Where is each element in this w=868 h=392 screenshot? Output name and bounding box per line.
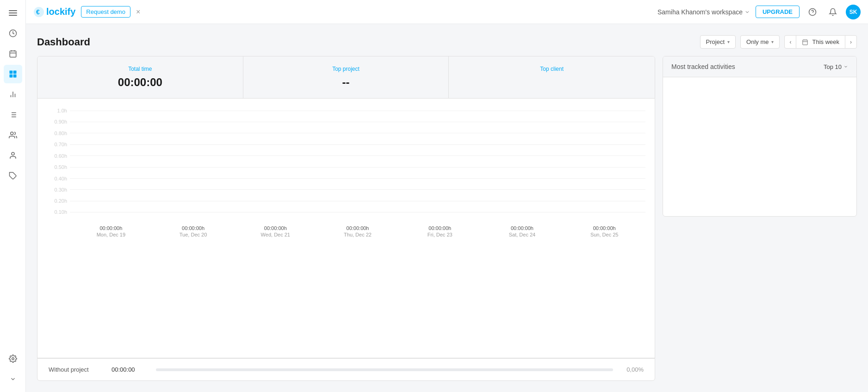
project-summary-name: Without project xyxy=(49,366,104,373)
y-label-9: 0.20h xyxy=(47,198,67,204)
bar-time-mon: 00:00:00h xyxy=(99,225,122,231)
bar-time-sat: 00:00:00h xyxy=(511,225,533,231)
topnav-right: Samiha Khanom's workspace UPGRADE xyxy=(657,5,861,19)
help-button[interactable] xyxy=(805,5,820,19)
svg-point-21 xyxy=(10,132,13,135)
svg-rect-0 xyxy=(9,10,17,11)
logo-text: lockify xyxy=(46,6,75,17)
only-me-label: Only me xyxy=(746,38,769,45)
svg-rect-11 xyxy=(13,75,16,78)
sidebar-item-team[interactable] xyxy=(4,126,22,144)
chart-bars-area: 00:00:00h Mon, Dec 19 00:00:00h Tue, Dec… xyxy=(70,108,645,237)
help-icon xyxy=(808,8,817,16)
chart-inner: 1.0h 0.90h 0.80h xyxy=(47,108,645,237)
project-filter-button[interactable]: Project ▾ xyxy=(700,35,736,49)
bar-date-thu: Thu, Dec 22 xyxy=(344,232,372,237)
svg-rect-8 xyxy=(9,71,12,74)
close-demo-button[interactable]: × xyxy=(136,8,140,16)
workspace-name: Samiha Khanom's workspace xyxy=(657,8,743,16)
page-title: Dashboard xyxy=(37,36,90,48)
only-me-chevron-icon: ▾ xyxy=(771,39,774,44)
y-label-5: 0.60h xyxy=(47,153,67,159)
most-tracked-body xyxy=(663,77,856,216)
date-nav-prev-button[interactable]: ‹ xyxy=(785,36,796,48)
user-avatar[interactable]: SK xyxy=(846,5,861,19)
bar-thu: 00:00:00h Thu, Dec 22 xyxy=(316,129,399,237)
request-demo-button[interactable]: Request demo xyxy=(81,6,130,18)
calendar-icon xyxy=(802,39,808,45)
top-project-label: Top project xyxy=(254,66,438,72)
top10-label: Top 10 xyxy=(824,63,842,70)
topnav-left: € lockify Request demo × xyxy=(33,6,140,18)
project-summary-row: Without project 00:00:00 0,00% xyxy=(37,358,655,381)
bar-sun: 00:00:00h Sun, Dec 25 xyxy=(563,129,645,237)
y-label-8: 0.30h xyxy=(47,187,67,193)
y-label-4: 0.70h xyxy=(47,142,67,147)
top-client-label: Top client xyxy=(460,66,644,72)
top10-chevron-icon xyxy=(843,64,848,69)
date-nav: ‹ This week › xyxy=(784,35,857,49)
bar-time-wed: 00:00:00h xyxy=(264,225,287,231)
header-controls: Project ▾ Only me ▾ ‹ xyxy=(700,35,857,49)
svg-rect-1 xyxy=(9,12,17,13)
svg-rect-29 xyxy=(803,40,808,45)
most-tracked-title: Most tracked activities xyxy=(671,63,735,70)
bar-wed: 00:00:00h Wed, Dec 21 xyxy=(234,129,316,237)
logo[interactable]: € lockify xyxy=(33,6,75,18)
date-nav-next-button[interactable]: › xyxy=(845,36,856,48)
y-label-10: 0.10h xyxy=(47,209,67,215)
svg-point-24 xyxy=(12,358,14,360)
sidebar-item-tags[interactable] xyxy=(4,167,22,185)
sidebar-item-settings[interactable] xyxy=(4,349,22,368)
bar-sat: 00:00:00h Sat, Dec 24 xyxy=(481,129,564,237)
svg-rect-4 xyxy=(10,51,16,57)
only-me-filter-button[interactable]: Only me ▾ xyxy=(740,35,780,49)
right-panel: Most tracked activities Top 10 xyxy=(663,56,857,381)
top10-button[interactable]: Top 10 xyxy=(824,63,848,70)
most-tracked-header: Most tracked activities Top 10 xyxy=(663,56,856,77)
chart-container: 1.0h 0.90h 0.80h xyxy=(37,99,655,358)
bar-tue: 00:00:00h Tue, Dec 20 xyxy=(152,129,235,237)
svg-point-22 xyxy=(12,152,14,155)
sidebar-item-dashboard[interactable] xyxy=(4,65,22,83)
date-display: This week xyxy=(796,36,845,48)
dashboard-body: Total time 00:00:00 Top project -- Top c… xyxy=(37,56,857,381)
top-client-value xyxy=(460,76,644,89)
bar-time-fri: 00:00:00h xyxy=(428,225,451,231)
workspace-selector[interactable]: Samiha Khanom's workspace xyxy=(657,8,750,16)
sidebar-item-menu[interactable] xyxy=(4,4,22,22)
y-label-7: 0.40h xyxy=(47,176,67,181)
sidebar-expand-icon[interactable] xyxy=(4,370,22,388)
bar-time-sun: 00:00:00h xyxy=(593,225,616,231)
bar-date-wed: Wed, Dec 21 xyxy=(261,232,290,237)
sidebar-item-list[interactable] xyxy=(4,106,22,124)
project-summary-time: 00:00:00 xyxy=(112,366,149,373)
sidebar-item-timer[interactable] xyxy=(4,24,22,43)
current-week-label: This week xyxy=(812,38,839,45)
project-summary-bar-bg xyxy=(156,368,613,371)
svg-rect-9 xyxy=(13,71,16,74)
bar-time-tue: 00:00:00h xyxy=(182,225,205,231)
project-filter-label: Project xyxy=(706,38,725,45)
workspace-chevron-icon xyxy=(744,9,750,15)
sidebar-item-clients[interactable] xyxy=(4,146,22,165)
bar-date-tue: Tue, Dec 20 xyxy=(180,232,207,237)
bar-fri: 00:00:00h Fri, Dec 23 xyxy=(399,129,481,237)
svg-rect-10 xyxy=(9,75,12,78)
sidebar-item-calendar[interactable] xyxy=(4,44,22,63)
notifications-button[interactable] xyxy=(825,5,840,19)
bar-date-sun: Sun, Dec 25 xyxy=(590,232,619,237)
y-label-6: 0.50h xyxy=(47,164,67,170)
svg-text:€: € xyxy=(36,8,40,16)
bar-date-sat: Sat, Dec 24 xyxy=(509,232,535,237)
bar-date-fri: Fri, Dec 23 xyxy=(428,232,453,237)
bar-mon: 00:00:00h Mon, Dec 19 xyxy=(70,129,152,237)
y-label-2: 0.90h xyxy=(47,119,67,124)
page-content: Dashboard Project ▾ Only me ▾ ‹ xyxy=(26,24,868,392)
sidebar-item-reports[interactable] xyxy=(4,85,22,104)
upgrade-button[interactable]: UPGRADE xyxy=(756,6,800,18)
sidebar xyxy=(0,0,26,392)
total-time-card: Total time 00:00:00 xyxy=(37,56,243,98)
topnav: € lockify Request demo × Samiha Khanom's… xyxy=(26,0,868,24)
project-summary-percentage: 0,00% xyxy=(620,366,644,373)
